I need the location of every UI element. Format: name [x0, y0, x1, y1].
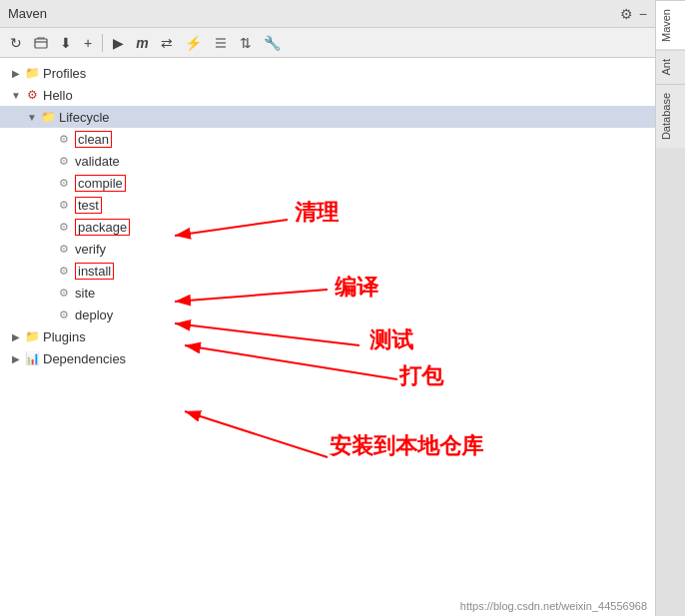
separator-1: [102, 34, 103, 52]
arrow-clean: [40, 134, 56, 145]
tree-item-lifecycle[interactable]: ▼ 📁 Lifecycle: [0, 106, 655, 128]
tree-item-compile[interactable]: ⚙ compile: [0, 172, 655, 194]
arrow-install: [40, 266, 56, 277]
tree-item-verify[interactable]: ⚙ verify: [0, 238, 655, 260]
arrow-lifecycle: ▼: [24, 112, 40, 123]
add-button[interactable]: +: [80, 33, 96, 53]
side-tab-maven[interactable]: Maven: [656, 0, 685, 50]
gear-icon-deploy: ⚙: [56, 307, 72, 322]
url-label: https://blog.csdn.net/weixin_44556968: [460, 600, 647, 612]
label-dependencies: Dependencies: [43, 351, 126, 366]
tree-item-site[interactable]: ⚙ site: [0, 282, 655, 304]
minimize-icon[interactable]: −: [639, 6, 647, 22]
annotation-package: 打包: [399, 361, 443, 391]
arrow-dependencies: ▶: [8, 353, 24, 364]
content-area: ▶ 📁 Profiles ▼ ⚙ Hello ▼ 📁 Lifecycle: [0, 58, 655, 616]
label-profiles: Profiles: [43, 66, 86, 81]
tree-item-validate[interactable]: ⚙ validate: [0, 150, 655, 172]
side-tab-database[interactable]: Database: [656, 84, 685, 148]
tree-item-dependencies[interactable]: ▶ 📊 Dependencies: [0, 347, 655, 369]
label-plugins: Plugins: [43, 329, 86, 344]
maven-button[interactable]: m: [132, 33, 152, 53]
svg-line-9: [185, 411, 328, 457]
sort-button[interactable]: ⇅: [236, 33, 256, 53]
folder-icon-lifecycle: 📁: [40, 109, 56, 125]
main-panel: Maven ⚙ − ↻ ⬇ + ▶ m ⇄ ⚡ ⇅: [0, 0, 655, 616]
side-tabs: Maven Ant Database: [655, 0, 685, 616]
gear-icon-validate: ⚙: [56, 153, 72, 169]
arrow-compile: [40, 178, 56, 189]
arrow-validate: [40, 156, 56, 167]
chart-icon-dependencies: 📊: [24, 350, 40, 366]
label-test: test: [75, 197, 102, 214]
side-tab-ant[interactable]: Ant: [656, 50, 685, 84]
wrench-button[interactable]: 🔧: [260, 33, 285, 53]
refresh-button[interactable]: ↻: [6, 33, 26, 53]
arrow-test: [40, 200, 56, 211]
arrow-plugins: ▶: [8, 331, 24, 342]
label-clean: clean: [75, 131, 112, 148]
folder-icon-profiles: 📁: [24, 65, 40, 81]
tree-item-profiles[interactable]: ▶ 📁 Profiles: [0, 62, 655, 84]
label-deploy: deploy: [75, 308, 113, 322]
arrow-site: [40, 288, 56, 299]
gear-icon-compile: ⚙: [56, 175, 72, 191]
run-button[interactable]: ▶: [109, 33, 128, 53]
maven-icon-hello: ⚙: [24, 87, 40, 103]
label-verify: verify: [75, 242, 106, 257]
gear-icon-install: ⚙: [56, 263, 72, 279]
lightning-button[interactable]: ⚡: [181, 33, 206, 53]
folder-icon-plugins: 📁: [24, 328, 40, 344]
gear-icon-package: ⚙: [56, 219, 72, 235]
tree-item-install[interactable]: ⚙ install: [0, 260, 655, 282]
title-bar: Maven ⚙ −: [0, 0, 655, 28]
tree-item-deploy[interactable]: ⚙ deploy: [0, 304, 655, 325]
label-hello: Hello: [43, 88, 73, 103]
gear-icon-clean: ⚙: [56, 131, 72, 147]
tree-item-plugins[interactable]: ▶ 📁 Plugins: [0, 325, 655, 347]
label-site: site: [75, 286, 95, 301]
title-bar-actions: ⚙ −: [620, 6, 647, 22]
arrow-deploy: [40, 309, 56, 320]
annotation-test: 测试: [369, 325, 413, 355]
label-lifecycle: Lifecycle: [59, 110, 110, 125]
tree-panel: ▶ 📁 Profiles ▼ ⚙ Hello ▼ 📁 Lifecycle: [0, 58, 655, 616]
label-install: install: [75, 263, 114, 280]
gear-icon-verify: ⚙: [56, 241, 72, 257]
download-button[interactable]: ⬇: [56, 33, 76, 53]
toolbar: ↻ ⬇ + ▶ m ⇄ ⚡ ⇅ 🔧: [0, 28, 655, 58]
arrow-profiles: ▶: [8, 68, 24, 79]
label-package: package: [75, 219, 130, 236]
svg-rect-0: [35, 39, 47, 48]
gear-icon-site: ⚙: [56, 285, 72, 301]
open-button[interactable]: [30, 34, 52, 52]
annotation-compile: 编译: [335, 273, 378, 303]
window-title: Maven: [8, 6, 47, 21]
annotation-clean: 清理: [295, 198, 339, 228]
label-validate: validate: [75, 154, 120, 169]
gear-icon-test: ⚙: [56, 197, 72, 213]
arrow-package: [40, 222, 56, 233]
toggle-button[interactable]: ⇄: [157, 33, 177, 53]
arrow-hello: ▼: [8, 90, 24, 101]
label-compile: compile: [75, 175, 126, 192]
annotation-install: 安装到本地仓库: [330, 431, 483, 461]
list-button[interactable]: [210, 34, 232, 52]
settings-icon[interactable]: ⚙: [620, 6, 633, 22]
tree-item-clean[interactable]: ⚙ clean: [0, 128, 655, 150]
arrow-verify: [40, 244, 56, 255]
tree-item-hello[interactable]: ▼ ⚙ Hello: [0, 84, 655, 106]
